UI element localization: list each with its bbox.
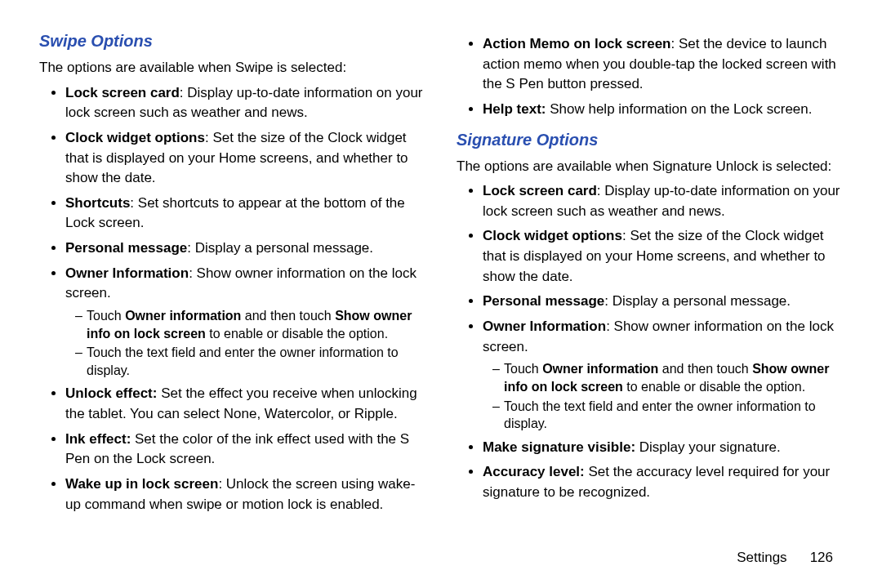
label: Owner Information <box>483 318 606 334</box>
label: Make signature visible: <box>483 439 635 455</box>
sub-owner-info-enable: Touch Owner information and then touch S… <box>77 307 425 342</box>
sub-owner-info-text: Touch the text field and enter the owner… <box>494 398 843 433</box>
t: Touch <box>87 309 125 323</box>
owner-info-sublist: Touch Owner information and then touch S… <box>65 307 425 379</box>
label: Shortcuts <box>65 195 130 211</box>
bullet-help-text: Help text: Show help information on the … <box>483 100 843 120</box>
footer-page-number: 126 <box>810 548 833 568</box>
bullet-unlock-effect: Unlock effect: Set the effect you receiv… <box>65 384 425 424</box>
label: Lock screen card <box>483 183 597 198</box>
label: Unlock effect: <box>65 385 157 401</box>
label: Personal message <box>483 293 604 309</box>
t: and then touch <box>241 309 335 323</box>
t: to enable or disable the option. <box>623 380 805 394</box>
label: Action Memo on lock screen <box>483 36 671 51</box>
footer-section: Settings <box>737 548 786 568</box>
text: Display your signature. <box>635 439 781 455</box>
t: Touch <box>504 362 542 376</box>
text: : Display a personal message. <box>187 240 373 256</box>
sub-owner-info-text: Touch the text field and enter the owner… <box>77 344 425 379</box>
label: Lock screen card <box>65 85 180 100</box>
left-column: Swipe Options The options are available … <box>39 29 425 536</box>
bullet-owner-info: Owner Information: Show owner informatio… <box>65 264 425 380</box>
bullet-lock-screen-card: Lock screen card: Display up-to-date inf… <box>65 83 425 123</box>
bullet-clock-widget: Clock widget options: Set the size of th… <box>65 128 425 189</box>
bullet-lock-screen-card: Lock screen card: Display up-to-date inf… <box>483 181 843 221</box>
bullet-personal-message: Personal message: Display a personal mes… <box>65 238 425 259</box>
t: Owner information <box>125 309 241 323</box>
label: Personal message <box>65 240 187 256</box>
sub-owner-info-enable: Touch Owner information and then touch S… <box>494 360 843 395</box>
right-column: Action Memo on lock screen: Set the devi… <box>457 29 843 536</box>
bullet-accuracy-level: Accuracy level: Set the accuracy level r… <box>483 462 843 502</box>
bullet-wake-up: Wake up in lock screen: Unlock the scree… <box>65 474 425 514</box>
swipe-options-intro: The options are available when Swipe is … <box>39 58 425 78</box>
bullet-shortcuts: Shortcuts: Set shortcuts to appear at th… <box>65 194 425 234</box>
text: Show help information on the Lock screen… <box>546 101 812 117</box>
signature-options-heading: Signature Options <box>457 128 843 152</box>
t: Owner information <box>542 362 658 376</box>
signature-options-intro: The options are available when Signature… <box>457 157 843 177</box>
signature-options-list: Lock screen card: Display up-to-date inf… <box>457 181 843 502</box>
page-footer: Settings 126 <box>737 548 833 568</box>
owner-info-sublist: Touch Owner information and then touch S… <box>483 360 843 432</box>
label: Accuracy level: <box>483 464 585 479</box>
label: Owner Information <box>65 265 189 281</box>
t: Touch the text field and enter the owner… <box>87 345 399 377</box>
swipe-continued-list: Action Memo on lock screen: Set the devi… <box>457 34 843 120</box>
label: Wake up in lock screen <box>65 476 218 492</box>
bullet-make-signature-visible: Make signature visible: Display your sig… <box>483 438 843 458</box>
swipe-options-list: Lock screen card: Display up-to-date inf… <box>39 83 425 515</box>
bullet-personal-message: Personal message: Display a personal mes… <box>483 292 843 312</box>
label: Clock widget options <box>483 228 622 243</box>
t: and then touch <box>658 362 752 376</box>
label: Help text: <box>483 101 546 117</box>
text: : Display a personal message. <box>604 293 791 309</box>
bullet-owner-info: Owner Information: Show owner informatio… <box>483 317 843 433</box>
manual-page: Swipe Options The options are available … <box>0 0 882 588</box>
two-column-layout: Swipe Options The options are available … <box>39 29 843 536</box>
t: to enable or disable the option. <box>206 327 388 341</box>
t: Touch the text field and enter the owner… <box>504 399 816 431</box>
swipe-options-heading: Swipe Options <box>39 29 425 53</box>
bullet-clock-widget: Clock widget options: Set the size of th… <box>483 226 843 287</box>
label: Clock widget options <box>65 130 205 145</box>
label: Ink effect: <box>65 431 131 447</box>
bullet-ink-effect: Ink effect: Set the color of the ink eff… <box>65 430 425 470</box>
bullet-action-memo: Action Memo on lock screen: Set the devi… <box>483 34 843 95</box>
